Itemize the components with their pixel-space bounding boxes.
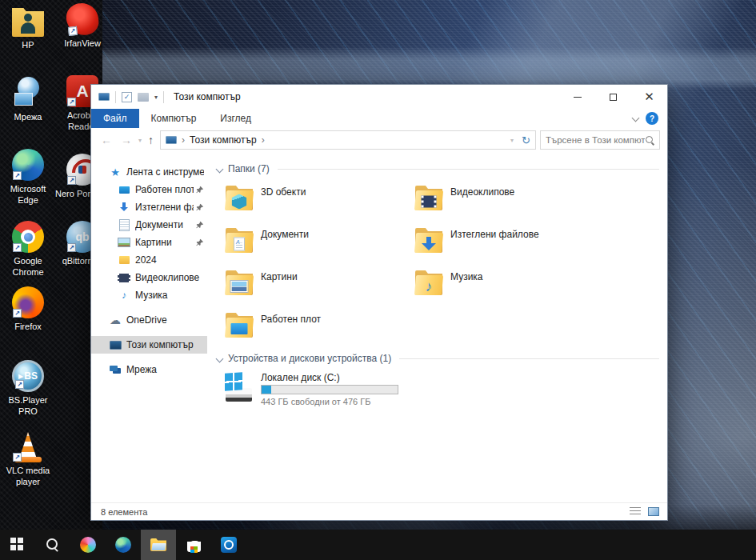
- sidebar-2024[interactable]: 2024: [91, 251, 207, 269]
- folder-icon: [223, 267, 255, 299]
- taskbar-explorer-button[interactable]: [141, 530, 176, 560]
- tile-pictures[interactable]: Картини: [223, 267, 413, 299]
- folder-content-area: Папки (7) 3D обекти: [207, 152, 667, 502]
- breadcrumb-separator: ›: [182, 134, 185, 146]
- large-icons-view-icon[interactable]: [648, 507, 659, 516]
- breadcrumb[interactable]: Този компютър: [190, 134, 257, 146]
- local-disk-c-tile[interactable]: Локален диск (C:) 443 ГБ свободни от 476…: [223, 372, 659, 406]
- computer-icon: [166, 136, 177, 144]
- desktop-icon-label: Microsoft Edge: [0, 184, 56, 206]
- ov-3d: [232, 194, 247, 210]
- folder-icon: [413, 225, 445, 257]
- details-view-icon[interactable]: [630, 507, 641, 516]
- sidebar-quick-access[interactable]: Лента с инструменти: [91, 163, 207, 181]
- new-folder-icon[interactable]: [138, 93, 149, 102]
- ov-music: [426, 278, 433, 295]
- refresh-icon[interactable]: ↻: [522, 134, 530, 146]
- app-icon: [12, 286, 44, 318]
- shortcut-arrow-icon: [13, 453, 22, 462]
- desktop-icon-vlc[interactable]: VLC media player: [0, 430, 56, 488]
- desktop-icon-hp[interactable]: HP: [0, 5, 56, 51]
- folders-group-header[interactable]: Папки (7): [217, 163, 659, 174]
- tile-music[interactable]: Музика: [413, 267, 602, 299]
- desktop-icon-bsplayer-pro[interactable]: BS.Player PRO: [0, 360, 56, 418]
- devices-group-header[interactable]: Устройства и дискови устройства (1): [217, 353, 659, 364]
- items-count: 8 елемента: [101, 507, 147, 517]
- close-button[interactable]: ✕: [631, 85, 667, 109]
- desktop-icon-label: IrfanView: [54, 38, 110, 50]
- group-count: (7): [258, 163, 270, 174]
- si-note: [118, 290, 130, 302]
- divider: [399, 358, 659, 359]
- shortcut-arrow-icon: [13, 243, 22, 252]
- properties-check-icon[interactable]: [122, 92, 132, 102]
- ribbon-tab[interactable]: Файл: [91, 109, 139, 128]
- desktop-icon-irfanview[interactable]: IrfanView: [54, 3, 110, 50]
- forward-arrow-icon[interactable]: →: [118, 134, 134, 146]
- sidebar-onedrive[interactable]: OneDrive: [91, 311, 207, 329]
- si-doc: [118, 219, 130, 231]
- desktop-icon-network[interactable]: Мрежа: [0, 77, 56, 123]
- app-icon: [12, 149, 44, 181]
- app-icon: [65, 2, 100, 37]
- hard-drive-icon: [223, 372, 255, 404]
- address-bar[interactable]: › Този компютър › ▾ ↻: [160, 130, 536, 150]
- tile-3d-objects[interactable]: 3D обекти: [223, 182, 413, 214]
- sidebar-music[interactable]: Музика: [91, 286, 207, 304]
- collapse-chevron-icon[interactable]: [216, 165, 224, 173]
- ov-video: [422, 196, 437, 208]
- minimize-button[interactable]: [559, 85, 595, 109]
- ribbon-tab[interactable]: Компютър: [139, 109, 209, 128]
- up-arrow-icon[interactable]: ↑: [146, 134, 156, 146]
- taskbar-outlook-button[interactable]: [211, 530, 246, 560]
- breadcrumb-separator: ›: [262, 134, 265, 146]
- help-icon[interactable]: ?: [646, 112, 658, 125]
- desktop-icon-microsoft-edge[interactable]: Microsoft Edge: [0, 149, 56, 206]
- sidebar-desktop[interactable]: Работен плот: [91, 181, 207, 198]
- ov-pic: [231, 281, 248, 292]
- shortcut-arrow-icon: [13, 309, 22, 318]
- titlebar[interactable]: ▾ Този компютър ✕: [91, 85, 667, 109]
- sidebar-pictures[interactable]: Картини: [91, 234, 207, 251]
- divider: [115, 91, 116, 103]
- taskbar-search-button[interactable]: [35, 530, 70, 560]
- sidebar-documents[interactable]: Документи: [91, 216, 207, 234]
- address-dropdown-chevron-icon[interactable]: ▾: [510, 137, 514, 144]
- qat-dropdown-icon[interactable]: ▾: [154, 94, 158, 101]
- drive-capacity-bar: [261, 385, 398, 394]
- desktop-icon-google-chrome[interactable]: Google Chrome: [0, 221, 56, 278]
- folder-tile-label: Картини: [261, 271, 298, 299]
- ribbon-tab[interactable]: Изглед: [208, 109, 263, 128]
- search-input[interactable]: [546, 135, 645, 145]
- divider: [278, 169, 659, 170]
- desktop-icon-label: HP: [0, 40, 56, 51]
- taskbar-start-button[interactable]: [0, 530, 35, 560]
- collapse-chevron-icon[interactable]: [216, 354, 224, 362]
- tile-videos[interactable]: Видеоклипове: [413, 182, 602, 214]
- back-arrow-icon[interactable]: ←: [98, 134, 114, 146]
- tile-desktop[interactable]: Работен плот: [223, 310, 413, 342]
- folders-grid: 3D обекти Видеоклипове Документи: [223, 182, 659, 342]
- tile-downloads[interactable]: Изтеглени файлове: [413, 225, 602, 257]
- search-box[interactable]: [540, 130, 660, 150]
- desktop-icon-firefox[interactable]: Firefox: [0, 286, 56, 333]
- window-title: Този компютър: [174, 91, 241, 102]
- sidebar-downloads[interactable]: Изтеглени файлове: [91, 198, 207, 216]
- taskbar-store-button[interactable]: [176, 530, 211, 560]
- ribbon-collapse-chevron-icon[interactable]: [632, 114, 640, 122]
- taskbar-copilot-button[interactable]: [70, 530, 106, 560]
- sidebar-videos[interactable]: Видеоклипове: [91, 269, 207, 286]
- sidebar-network[interactable]: Мрежа: [91, 361, 207, 378]
- recent-locations-chevron-icon[interactable]: ▾: [138, 137, 142, 144]
- pin-icon: [195, 221, 204, 230]
- search-icon[interactable]: [645, 135, 654, 145]
- sidebar-item-label: Лента с инструменти: [126, 166, 204, 178]
- taskbar-edge-button[interactable]: [106, 530, 141, 560]
- computer-icon[interactable]: [98, 93, 110, 101]
- ov-docs: [234, 238, 245, 251]
- si-pc: [109, 339, 122, 351]
- sidebar-this-pc[interactable]: Този компютър: [91, 336, 207, 354]
- tile-documents[interactable]: Документи: [223, 225, 413, 257]
- maximize-icon: [610, 94, 617, 101]
- maximize-button[interactable]: [595, 85, 631, 109]
